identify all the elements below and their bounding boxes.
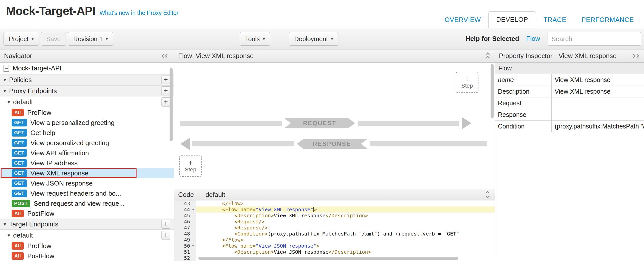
collapse-caret-icon[interactable]: ▾ [4, 221, 6, 227]
property-value[interactable]: View XML response [552, 86, 644, 97]
deployment-menu-button[interactable]: Deployment ▾ [289, 32, 338, 46]
code-line-44[interactable]: 44▾ <Flow name="View XML response"> [174, 206, 495, 213]
collapse-navigator-icon[interactable] [160, 53, 170, 59]
code-horizontal-scrollbar[interactable] [198, 257, 458, 260]
line-number-gutter: 44▾ [174, 206, 196, 213]
fold-toggle-icon[interactable]: ▾ [190, 207, 196, 212]
navigator-flow-view-ip-address[interactable]: GETView IP address [0, 158, 174, 168]
method-badge: GET [12, 149, 27, 157]
collapse-caret-icon[interactable]: ▾ [4, 88, 6, 94]
line-number: 52 [184, 255, 190, 261]
navigator-flow-view-personalized-greeting[interactable]: GETView personalized greeting [0, 138, 174, 148]
search-input[interactable] [548, 32, 641, 46]
navigator-flow-view-json-response[interactable]: GETView JSON response [0, 178, 174, 188]
navigator-section-policies[interactable]: ▾Policies+ [0, 74, 174, 85]
add-step-button-top[interactable]: + Step [456, 72, 478, 93]
code-line-48[interactable]: 48 <Condition>(proxy.pathsuffix MatchesP… [174, 231, 495, 237]
method-badge: GET [12, 139, 27, 147]
canvas-scrollbar[interactable] [491, 64, 494, 118]
tab-overview[interactable]: OVERVIEW [437, 12, 489, 28]
code-tab-default[interactable]: default [205, 191, 225, 199]
navigator-flow-get-help[interactable]: GETGet help [0, 128, 174, 138]
add-button[interactable]: + [161, 97, 170, 107]
navigator-flow-send-request-and-view-reque[interactable]: POSTSend request and view reque... [0, 198, 174, 208]
fold-toggle-icon[interactable]: ▾ [190, 244, 196, 248]
nav-row-label: Policies [9, 76, 32, 84]
flow-line [192, 141, 294, 146]
property-value[interactable] [552, 97, 644, 109]
add-step-button-bottom[interactable]: + Step [179, 155, 202, 177]
method-badge: GET [12, 119, 27, 126]
property-inspector-header: Property Inspector View XML response [495, 49, 644, 63]
navigator-section-proxy-endpoints[interactable]: ▾Proxy Endpoints+ [0, 85, 174, 96]
property-value[interactable] [552, 109, 644, 120]
property-row-request: Request [495, 97, 644, 109]
add-button[interactable]: + [161, 86, 170, 95]
code-text: <Flow name="View XML response"> [196, 206, 495, 213]
line-number: 48 [184, 231, 190, 237]
code-token: View JSON response [274, 249, 329, 255]
chevron-down-icon [486, 194, 490, 198]
navigator-flow-preflow[interactable]: AllPreFlow [0, 241, 174, 251]
expand-inspector-icon[interactable] [631, 53, 640, 59]
collapse-flow-panel-icon[interactable] [485, 51, 491, 61]
code-line-51[interactable]: 51 <Description>View JSON response</Desc… [174, 249, 495, 255]
nav-row-label: View personalized greeting [31, 139, 109, 147]
code-line-50[interactable]: 50▾ <Flow name="View JSON response"> [174, 243, 495, 249]
tab-trace[interactable]: TRACE [536, 12, 574, 28]
code-line-46[interactable]: 46 <Request/> [174, 219, 495, 225]
project-menu-button[interactable]: Project ▾ [4, 32, 39, 46]
code-line-43[interactable]: 43 </Flow> [174, 200, 495, 206]
property-value[interactable]: View XML response [552, 74, 644, 86]
method-badge: GET [12, 129, 27, 137]
navigator-endpoint-default[interactable]: ▾default+ [0, 96, 174, 108]
code-token: "View JSON response" [256, 243, 316, 249]
chevron-up-icon [486, 56, 490, 60]
nav-row-label: PostFlow [27, 210, 54, 218]
help-flow-link[interactable]: Flow [526, 35, 540, 43]
tab-develop[interactable]: DEVELOP [488, 11, 536, 28]
code-line-49[interactable]: 49 </Flow> [174, 237, 495, 243]
collapse-caret-icon[interactable]: ▾ [8, 99, 10, 105]
navigator-rows: Mock-Target-API▾Policies+▾Proxy Endpoint… [0, 63, 174, 261]
collapse-caret-icon[interactable]: ▾ [8, 232, 10, 238]
tab-performance[interactable]: PERFORMANCE [574, 12, 641, 28]
chevron-left-icon [165, 54, 169, 58]
toolbar: Project ▾ Save Revision 1 ▾ Tools ▾ Depl… [0, 28, 644, 49]
navigator-flow-preflow[interactable]: AllPreFlow [0, 108, 174, 118]
code-text: <Response/> [196, 225, 495, 231]
save-button[interactable]: Save [41, 32, 66, 46]
line-number-gutter: 51 [174, 249, 196, 255]
add-button[interactable]: + [161, 220, 170, 229]
line-number-gutter: 45 [174, 213, 196, 219]
navigator-flow-postflow[interactable]: AllPostFlow [0, 208, 174, 219]
method-badge: POST [12, 200, 30, 207]
code-line-47[interactable]: 47 <Response/> [174, 225, 495, 231]
code-text: <Description>View XML response</Descript… [196, 213, 495, 219]
revision-menu-button[interactable]: Revision 1 ▾ [68, 32, 113, 46]
add-button[interactable]: + [161, 231, 170, 240]
whats-new-link[interactable]: What's new in the Proxy Editor [100, 10, 178, 16]
tools-menu-button[interactable]: Tools ▾ [240, 32, 270, 46]
resize-code-panel-icon[interactable] [485, 190, 491, 199]
navigator-endpoint-default[interactable]: ▾default+ [0, 230, 174, 241]
request-flow-arrow: REQUEST [180, 118, 471, 129]
code-line-45[interactable]: 45 <Description>View XML response</Descr… [174, 213, 495, 219]
revision-label: Revision 1 [73, 35, 103, 43]
code-token: "View XML response" [256, 206, 313, 213]
navigator-section-target-endpoints[interactable]: ▾Target Endpoints+ [0, 219, 174, 230]
navigator-flow-postflow[interactable]: AllPostFlow [0, 251, 174, 261]
collapse-caret-icon[interactable]: ▾ [4, 77, 6, 83]
navigator-root-mock-target-api[interactable]: Mock-Target-API [0, 63, 174, 74]
navigator-flow-view-request-headers-and-bo[interactable]: GETView request headers and bo... [0, 188, 174, 198]
code-text: </Flow> [196, 237, 495, 243]
navigator-flow-view-a-personalized-greeting[interactable]: GETView a personalized greeting [0, 118, 174, 128]
property-value[interactable]: (proxy.pathsuffix MatchesPath "/xml") an… [552, 121, 644, 132]
nav-row-label: PreFlow [27, 109, 51, 117]
add-button[interactable]: + [161, 75, 170, 84]
navigator-title: Navigator [4, 52, 32, 60]
navigator-flow-view-api-affirmation[interactable]: GETView API affirmation [0, 148, 174, 158]
navigator-flow-view-xml-response[interactable]: GETView XML response [0, 168, 174, 178]
nav-row-label: View XML response [31, 169, 89, 177]
navigator-scrollbar[interactable] [170, 68, 173, 141]
